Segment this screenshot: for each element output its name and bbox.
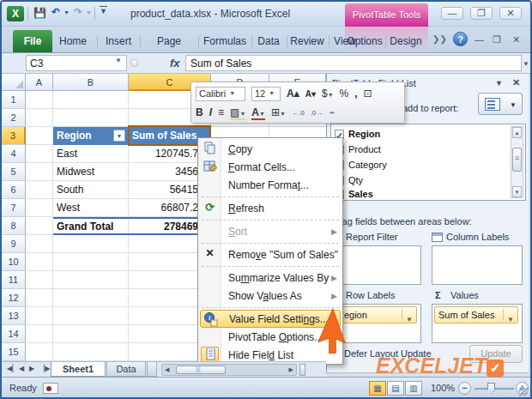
- minimize-button[interactable]: —: [441, 7, 463, 20]
- percent-style-icon[interactable]: %: [340, 88, 349, 100]
- row-header-6[interactable]: 6: [2, 181, 26, 199]
- format-table-icon[interactable]: ⊡: [364, 88, 372, 100]
- row-labels-pill-region[interactable]: Region▼: [333, 306, 417, 323]
- bold-icon[interactable]: B: [196, 106, 203, 118]
- shrink-font-icon[interactable]: A▾: [305, 89, 316, 99]
- workbook-minimize-icon[interactable]: —: [475, 34, 484, 45]
- row-header-10[interactable]: 10: [2, 253, 26, 271]
- pivot-row-label[interactable]: East: [57, 145, 77, 163]
- menu-item-number-format[interactable]: Number Format...: [198, 176, 342, 194]
- row-header-5[interactable]: 5: [2, 163, 26, 181]
- last-sheet-icon[interactable]: ▕▶: [39, 365, 50, 372]
- column-labels-area[interactable]: [432, 245, 523, 285]
- select-all-corner[interactable]: [2, 74, 26, 91]
- formula-input[interactable]: Sum of Sales: [185, 55, 522, 71]
- font-name-select[interactable]: Calibri▼: [196, 87, 245, 101]
- italic-icon[interactable]: I: [209, 106, 212, 118]
- scroll-right-icon[interactable]: ▶: [289, 366, 293, 373]
- menu-item-remove-sum-of-sales[interactable]: ✕ Remove "Sum of Sales": [198, 245, 342, 263]
- fill-color-icon[interactable]: ▨▼: [230, 106, 245, 118]
- values-pill-sum-of-sales[interactable]: Sum of Sales▼: [434, 306, 518, 323]
- tab-design[interactable]: Design: [387, 30, 425, 52]
- chevron-down-icon[interactable]: ▼: [507, 312, 514, 328]
- workbook-close-icon[interactable]: ✕: [512, 34, 520, 45]
- prev-sheet-icon[interactable]: ◀: [19, 365, 24, 372]
- row-header-12[interactable]: 12: [2, 289, 26, 307]
- column-header-b[interactable]: B: [53, 74, 129, 91]
- row-header-4[interactable]: 4: [2, 145, 26, 163]
- tab-review[interactable]: Review: [287, 30, 327, 52]
- font-size-select[interactable]: 12▼: [251, 87, 281, 101]
- pivot-row-label[interactable]: South: [57, 181, 83, 199]
- font-color-icon[interactable]: A▼: [251, 106, 265, 118]
- horizontal-scrollbar[interactable]: ◀ ▶: [161, 364, 297, 376]
- field-list-layout-button[interactable]: ▼: [478, 93, 523, 115]
- menu-item-value-field-settings[interactable]: i Value Field Settings...: [200, 310, 341, 328]
- comma-style-icon[interactable]: ,: [354, 88, 357, 100]
- row-header-13[interactable]: 13: [2, 307, 26, 325]
- restore-button[interactable]: ❐: [470, 7, 493, 20]
- normal-view-icon[interactable]: ▦: [369, 381, 386, 396]
- scroll-up-icon[interactable]: ▲: [512, 127, 522, 138]
- row-header-9[interactable]: 9: [2, 235, 26, 253]
- menu-item-refresh[interactable]: ⟳ Refresh: [198, 199, 342, 217]
- row-header-1[interactable]: 1: [2, 91, 26, 109]
- pivot-filter-dropdown-icon[interactable]: ▼: [113, 130, 125, 142]
- scroll-left-icon[interactable]: ◀: [165, 366, 169, 373]
- page-layout-view-icon[interactable]: ▤: [387, 381, 404, 396]
- pivot-row-label[interactable]: Midwest: [57, 163, 94, 181]
- expand-formula-bar-icon[interactable]: ▼: [523, 60, 529, 68]
- qat-customize-icon[interactable]: ▼: [100, 6, 107, 15]
- first-sheet-icon[interactable]: ◀▏: [7, 365, 17, 372]
- pane-options-dropdown-icon[interactable]: ▼: [495, 79, 503, 88]
- help-icon[interactable]: ?: [453, 32, 468, 46]
- macro-record-icon[interactable]: [43, 383, 58, 394]
- save-icon[interactable]: 💾: [33, 7, 46, 19]
- tab-formulas[interactable]: Formulas: [200, 30, 250, 52]
- tab-options[interactable]: Options: [346, 30, 384, 52]
- row-header-15[interactable]: 15: [2, 343, 26, 361]
- scrollbar-thumb[interactable]: [512, 148, 522, 172]
- row-header-7[interactable]: 7: [2, 199, 26, 217]
- name-box-dropdown-icon[interactable]: ▼: [115, 57, 122, 64]
- insert-sheet-tab[interactable]: [147, 362, 157, 377]
- menu-item-copy[interactable]: Copy: [198, 140, 342, 158]
- redo-icon[interactable]: ↷: [74, 6, 82, 18]
- row-header-3[interactable]: 3: [2, 127, 26, 145]
- zoom-out-icon[interactable]: −: [458, 382, 471, 395]
- insert-function-icon[interactable]: fx: [170, 57, 180, 70]
- tab-home[interactable]: Home: [53, 30, 93, 52]
- menu-item-pivottable-options[interactable]: PivotTable Options...: [198, 328, 342, 346]
- scrollbar-thumb[interactable]: [176, 366, 226, 374]
- tab-page-layout[interactable]: Page Layou: [142, 30, 196, 52]
- borders-icon[interactable]: ⊞▼: [271, 106, 286, 118]
- sheet-tab-data[interactable]: Data: [106, 362, 146, 377]
- column-header-a[interactable]: A: [26, 74, 53, 91]
- undo-icon[interactable]: ↶: [51, 6, 60, 18]
- tab-file[interactable]: File: [13, 30, 52, 52]
- tab-split-handle[interactable]: [299, 364, 305, 376]
- pane-close-icon[interactable]: ✕: [512, 77, 520, 88]
- redo-dropdown-icon[interactable]: ▼: [86, 9, 92, 15]
- formula-bar-handle[interactable]: [130, 59, 138, 67]
- row-header-11[interactable]: 11: [2, 271, 26, 289]
- center-align-icon[interactable]: ≡: [218, 106, 224, 118]
- undo-dropdown-icon[interactable]: ▼: [63, 9, 70, 15]
- pivot-grand-total-label[interactable]: Grand Total: [57, 218, 113, 236]
- accounting-format-icon[interactable]: $▼: [322, 88, 334, 100]
- pivot-row-label[interactable]: West: [57, 199, 80, 217]
- resize-grip[interactable]: [519, 388, 528, 396]
- report-filter-area[interactable]: [330, 245, 421, 285]
- menu-item-summarize-values-by[interactable]: Summarize Values By ▶: [198, 269, 342, 287]
- page-break-view-icon[interactable]: ▥: [405, 381, 422, 396]
- grow-font-icon[interactable]: A▴: [287, 88, 299, 100]
- field-list-scrollbar[interactable]: ▲ ▼: [511, 126, 523, 198]
- decrease-decimal-icon[interactable]: .0→: [311, 109, 323, 117]
- tab-data[interactable]: Data: [252, 30, 285, 52]
- close-button[interactable]: ✕: [499, 7, 522, 20]
- zoom-level-label[interactable]: 100%: [431, 383, 455, 393]
- chevron-down-icon[interactable]: ▼: [406, 312, 413, 328]
- tab-insert[interactable]: Insert: [100, 30, 137, 52]
- workbook-restore-icon[interactable]: ❐: [493, 34, 501, 45]
- menu-item-show-values-as[interactable]: Show Values As ▶: [198, 287, 342, 305]
